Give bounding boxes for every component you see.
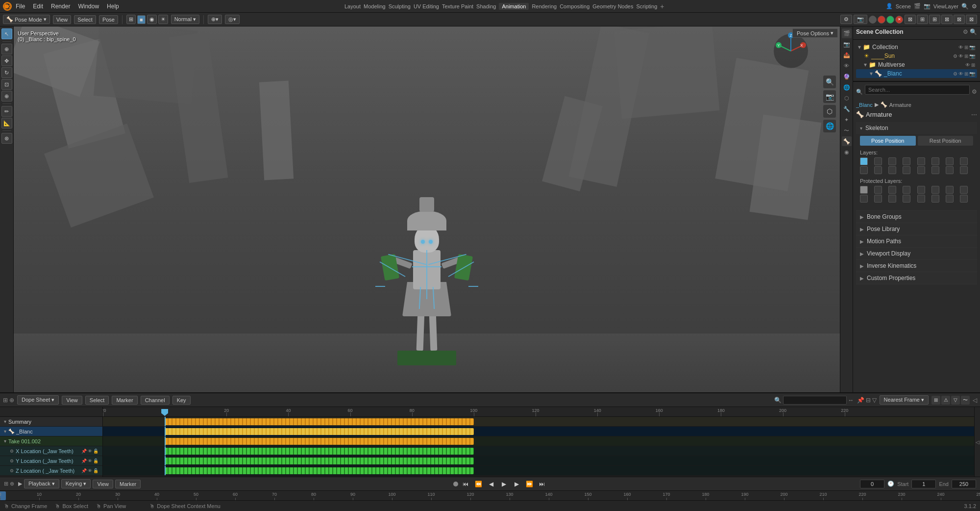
viewport-display-header[interactable]: ▶ Viewport Display (856, 248, 977, 259)
track-summary[interactable]: ▾ Summary (0, 417, 102, 427)
menu-edit[interactable]: Edit (29, 2, 47, 11)
layer-7[interactable] (960, 157, 968, 165)
layer-5[interactable] (931, 157, 939, 165)
track-x-location[interactable]: ⚙ X Location (_Jaw Teeth) 📌 👁 🔓 (0, 446, 102, 456)
playback-mode-icon[interactable]: ▶ (18, 481, 22, 487)
gizmo-btn[interactable]: ⊕▾ (208, 15, 222, 24)
add-workspace-btn[interactable]: + (660, 2, 664, 10)
tool-rotate[interactable]: ↻ (1, 67, 12, 78)
perspective-btn[interactable]: ⬡ (823, 105, 836, 118)
camera-btn[interactable]: 📷 (854, 15, 867, 24)
x-loc-pin[interactable]: 📌 (81, 449, 87, 454)
sun-render-icon[interactable]: 📷 (969, 53, 975, 59)
pose-library-header[interactable]: ▶ Pose Library (856, 223, 977, 235)
pb-jump-end[interactable]: ⏭ (537, 479, 547, 489)
prot-layer-7[interactable] (960, 186, 968, 194)
timeline-search-clear[interactable]: ↔ (848, 397, 854, 404)
prot-layer-1[interactable] (874, 186, 882, 194)
timeline-editor-icon[interactable]: ⊞ (3, 397, 8, 404)
props-search-options[interactable]: ⚙ (972, 88, 977, 95)
filter-icon[interactable]: ⚙ (972, 3, 977, 10)
multiverse-eye-icon[interactable]: 👁 (965, 62, 970, 68)
timeline-expand-icon[interactable]: ⊕ (9, 397, 14, 404)
playback-icon[interactable]: ⊞ (4, 481, 8, 487)
overlay-btn[interactable]: ◎▾ (225, 15, 240, 24)
select-menu[interactable]: Select (74, 15, 96, 24)
track-blanc[interactable]: ▾ 🦴 _Blanc (0, 427, 102, 436)
viewport-settings[interactable]: ⚙ (840, 15, 852, 24)
track-row-y[interactable] (103, 456, 974, 466)
end-frame-input[interactable] (952, 480, 976, 488)
tl-icon4[interactable]: 〜 (961, 396, 970, 405)
prop-edit2[interactable]: ⊞ (917, 15, 928, 24)
prop-edit1[interactable]: ⊠ (905, 15, 916, 24)
bottom-frame-ruler[interactable]: 0010203040506070809010011012013014015016… (0, 490, 980, 500)
shading-solid[interactable]: ■ (137, 15, 146, 24)
track-row-summary[interactable] (103, 417, 974, 427)
tl-icon2[interactable]: ⚠ (941, 396, 950, 405)
shading-mode-select[interactable]: Normal ▾ (171, 15, 200, 24)
layer-9[interactable] (874, 166, 882, 174)
prot-layer-2[interactable] (888, 186, 896, 194)
prot-layer-15[interactable] (960, 195, 968, 203)
rp-modifier-icon[interactable]: 🔧 (842, 104, 852, 114)
playback-marker-btn[interactable]: Marker (115, 480, 141, 488)
tl-icon3[interactable]: ▽ (951, 396, 960, 405)
prot-layer-0[interactable] (860, 186, 868, 194)
outliner-collection-row[interactable]: ▾ 📁 Collection 👁 ⊞ 📷 (856, 43, 977, 51)
tool-scale[interactable]: ⊡ (1, 79, 12, 90)
prot-layer-13[interactable] (931, 195, 939, 203)
multiverse-viewport-icon[interactable]: ⊞ (971, 62, 975, 68)
z-loc-pin[interactable]: 📌 (81, 468, 87, 473)
viewport-3d[interactable]: User Perspective (0) _Blanc : bip_spine_… (14, 26, 840, 392)
outliner-multiverse-row[interactable]: ▾ 📁 Multiverse 👁 ⊞ (856, 60, 977, 69)
prop-edit5[interactable]: ⊠ (954, 15, 965, 24)
prot-layer-10[interactable] (888, 195, 896, 203)
layer-11[interactable] (903, 166, 910, 174)
layer-4[interactable] (917, 157, 925, 165)
playback-view-btn[interactable]: View (93, 480, 113, 488)
pose-position-btn[interactable]: Pose Position (860, 136, 916, 146)
tool-transform[interactable]: ⊕ (1, 91, 12, 102)
menu-window[interactable]: Window (74, 2, 103, 11)
current-frame-input[interactable] (860, 480, 884, 488)
layer-10[interactable] (888, 166, 896, 174)
prot-layer-4[interactable] (917, 186, 925, 194)
layer-14[interactable] (946, 166, 954, 174)
pb-next-frame[interactable]: ▶ (511, 479, 522, 489)
outliner-blanc-row[interactable]: ▾ 🦴 _Blanc ⚙ 👁 ⊞ 📷 (856, 69, 977, 78)
tool-annotate[interactable]: ✏ (1, 106, 12, 117)
rest-position-btn[interactable]: Rest Position (918, 136, 974, 146)
prot-layer-12[interactable] (917, 195, 925, 203)
prot-layer-5[interactable] (931, 186, 939, 194)
prot-layer-8[interactable] (860, 195, 868, 203)
y-loc-lock[interactable]: 🔓 (93, 459, 98, 463)
prot-layer-11[interactable] (903, 195, 910, 203)
menu-help[interactable]: Help (103, 2, 123, 11)
rp-data-icon[interactable]: 🦴 (842, 136, 852, 146)
x-loc-lock[interactable]: 🔓 (93, 449, 98, 454)
viewport-options-btn[interactable]: Pose Options ▾ (792, 28, 838, 38)
playback-expand[interactable]: ⊕ (10, 481, 14, 487)
shading-rendered[interactable]: ☀ (158, 15, 168, 24)
eye-icon[interactable]: 👁 (958, 45, 963, 50)
rp-render-icon[interactable]: 📷 (842, 39, 852, 49)
render-icon[interactable]: 📷 (969, 45, 975, 50)
prot-layer-14[interactable] (946, 195, 954, 203)
pb-dot[interactable] (453, 482, 458, 486)
tool-measure[interactable]: 📐 (1, 118, 12, 128)
camera-view-btn[interactable]: 📷 (823, 90, 836, 103)
rp-world-icon[interactable]: 🌐 (842, 82, 852, 92)
sun-eye-icon[interactable]: 👁 (958, 53, 963, 59)
blanc-viewport-icon[interactable]: ⊞ (964, 71, 968, 77)
zoom-extent-btn[interactable]: 🔍 (823, 76, 836, 88)
timeline-normalize-icon[interactable]: ⊟ (866, 397, 871, 404)
snap-off[interactable] (869, 16, 877, 24)
search-icon[interactable]: 🔍 (961, 3, 969, 10)
track-y-location[interactable]: ⚙ Y Location (_Jaw Teeth) 📌 👁 🔓 (0, 456, 102, 466)
track-row-blanc[interactable] (103, 427, 974, 436)
layer-2[interactable] (888, 157, 896, 165)
tool-cursor[interactable]: ⊕ (1, 44, 12, 54)
pose-menu[interactable]: Pose (99, 15, 118, 24)
scene-name[interactable]: Scene (896, 3, 911, 9)
